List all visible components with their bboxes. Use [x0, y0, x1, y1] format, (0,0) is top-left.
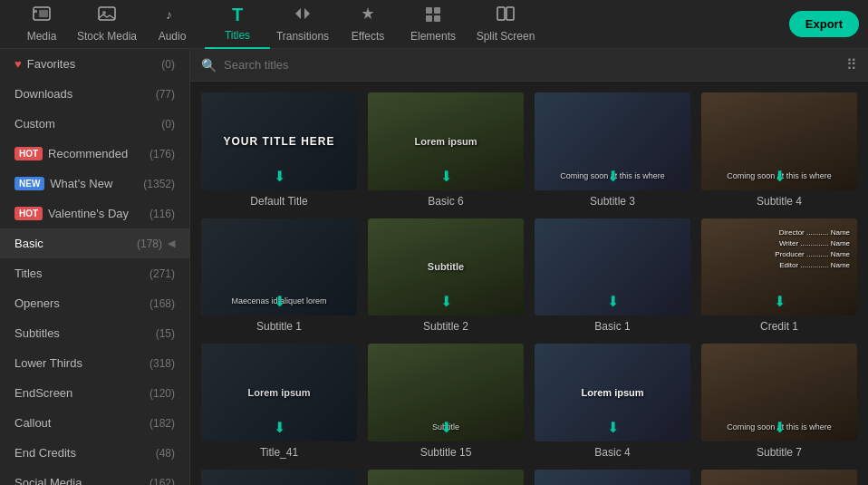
tile-subtitle-1[interactable]: Maecenas id aliquet lorem ⬇ Subtitle 1: [201, 218, 357, 334]
sidebar-item-recommended[interactable]: HOT Recommended (176): [0, 139, 189, 169]
tile-subtitle-7[interactable]: Coming soon at this is where ⬇ Subtitle …: [701, 344, 857, 459]
sidebar-item-whats-new[interactable]: NEW What's New (1352): [0, 169, 189, 199]
hot-badge-valentines: HOT: [14, 207, 43, 220]
download-icon-title-41[interactable]: ⬇: [274, 419, 285, 436]
sidebar-titles-count: (271): [149, 267, 175, 280]
sidebar-item-end-credits[interactable]: End Credits (48): [0, 438, 189, 468]
nav-effects[interactable]: Effects: [335, 0, 400, 49]
sidebar-item-endscreen[interactable]: EndScreen (120): [0, 378, 189, 408]
nav-effects-label: Effects: [352, 30, 384, 43]
sidebar-item-social-media[interactable]: Social Media (162): [0, 468, 189, 485]
tile-subtitle-3[interactable]: Coming soon at this is where ⬇ Subtitle …: [535, 92, 690, 208]
svg-text:♪: ♪: [166, 7, 172, 22]
download-icon-basic-6[interactable]: ⬇: [440, 168, 452, 185]
nav-media[interactable]: Media: [9, 0, 74, 49]
tile-thumb-subtitle-2[interactable]: Subtitle ⬇: [368, 218, 524, 316]
tile-thumb-basic-6[interactable]: Lorem ipsum ⬇: [368, 92, 524, 190]
tile-credit-1[interactable]: Director ........... NameWriter ........…: [701, 218, 857, 334]
sidebar-item-titles[interactable]: Titles (271): [0, 258, 189, 288]
tile-basic-1[interactable]: ⬇ Basic 1: [535, 218, 690, 334]
download-icon-subtitle-7[interactable]: ⬇: [774, 419, 786, 436]
export-button[interactable]: Export: [789, 11, 859, 37]
tile-subtitle-4[interactable]: Coming soon at this is where ⬇ Subtitle …: [701, 92, 857, 208]
tile-thumb-title-41[interactable]: Lorem ipsum ⬇: [201, 344, 357, 441]
download-icon-credit-1[interactable]: ⬇: [774, 293, 786, 310]
sidebar-item-custom[interactable]: Custom (0): [0, 109, 189, 139]
tile-label-credit-1: Credit 1: [701, 320, 857, 333]
search-input[interactable]: [224, 58, 839, 72]
sidebar-lower-thirds-label: Lower Thirds: [14, 356, 82, 370]
tile-title-41[interactable]: Lorem ipsum ⬇ Title_41: [201, 344, 357, 459]
tile-label-subtitle-7: Subtitle 7: [701, 446, 857, 459]
sidebar-basic-count: (178): [137, 238, 162, 250]
tile-label-default-title: Default Title: [201, 195, 357, 208]
collapse-arrow: ◀: [168, 238, 175, 249]
download-icon-default-title[interactable]: ⬇: [274, 168, 285, 185]
nav-split-screen[interactable]: Split Screen: [466, 0, 545, 49]
tile-thumb-subtitle-1[interactable]: Maecenas id aliquet lorem ⬇: [201, 218, 357, 316]
tile-thumb-thought-bubble[interactable]: DEMO TEXT ⬇: [701, 470, 857, 486]
sidebar-item-downloads[interactable]: Downloads (77): [0, 79, 189, 109]
sidebar-downloads-label: Downloads: [14, 87, 72, 101]
sidebar-endscreen-count: (120): [149, 387, 175, 400]
tile-thumb-title-29[interactable]: Lorem ipsum ⬇: [368, 470, 524, 486]
sidebar-lower-thirds-count: (318): [149, 357, 175, 370]
tile-thumb-credit-2[interactable]: Alex Joe ⬇: [535, 470, 690, 486]
tile-thought-bubble[interactable]: DEMO TEXT ⬇ Thought Bubble: [701, 470, 857, 486]
svg-rect-9: [434, 15, 440, 22]
download-icon-subtitle-2[interactable]: ⬇: [440, 293, 452, 310]
audio-icon: ♪: [164, 5, 180, 26]
download-icon-basic-4[interactable]: ⬇: [607, 419, 619, 436]
grid-view-icon[interactable]: ⠿: [846, 56, 857, 73]
tile-credit-2[interactable]: Alex Joe ⬇ Credit 2: [535, 470, 690, 486]
new-badge-whats-new: NEW: [14, 177, 44, 190]
tile-basic-4[interactable]: Lorem ipsum ⬇ Basic 4: [535, 344, 690, 459]
tile-label-basic-4: Basic 4: [535, 446, 690, 459]
sidebar-subtitles-count: (15): [156, 327, 175, 340]
sidebar-item-openers[interactable]: Openers (168): [0, 288, 189, 318]
tile-thumb-subtitle-15[interactable]: Subtitle ⬇: [368, 344, 524, 441]
tile-label-subtitle-2: Subtitle 2: [368, 320, 524, 333]
tile-label-title-41: Title_41: [201, 446, 357, 459]
sidebar-end-credits-count: (48): [156, 447, 175, 460]
search-bar: 🔍 ⠿: [190, 49, 868, 82]
sidebar-item-subtitles[interactable]: Subtitles (15): [0, 318, 189, 348]
sidebar-custom-label: Custom: [14, 117, 55, 131]
tile-thumb-basic-4[interactable]: Lorem ipsum ⬇: [535, 344, 690, 441]
download-icon-subtitle-3[interactable]: ⬇: [607, 168, 619, 185]
tile-subtitle-15[interactable]: Subtitle ⬇ Subtitle 15: [368, 344, 524, 459]
tile-thumb-subtitle-7[interactable]: Coming soon at this is where ⬇: [701, 344, 857, 441]
tile-thumb-credit-1[interactable]: Director ........... NameWriter ........…: [701, 218, 857, 316]
download-icon-subtitle-1[interactable]: ⬇: [274, 293, 285, 310]
tile-thumb-subtitle-3[interactable]: Coming soon at this is where ⬇: [535, 92, 690, 190]
tile-label-basic-6: Basic 6: [368, 195, 524, 208]
nav-split-screen-label: Split Screen: [477, 30, 535, 43]
tile-default-title[interactable]: YOUR TITLE HERE ⬇ Default Title: [201, 92, 357, 208]
tile-thumb-default-title[interactable]: YOUR TITLE HERE ⬇: [201, 92, 357, 190]
sidebar-item-favorites[interactable]: ♥ Favorites (0): [0, 49, 189, 79]
sidebar-item-lower-thirds[interactable]: Lower Thirds (318): [0, 348, 189, 378]
effects-icon: [359, 5, 377, 26]
tile-thumb-subtitle-4[interactable]: Coming soon at this is where ⬇: [701, 92, 857, 190]
sidebar-item-callout[interactable]: Callout (182): [0, 408, 189, 438]
tile-subtitle-2[interactable]: Subtitle ⬇ Subtitle 2: [368, 218, 524, 334]
download-icon-subtitle-15[interactable]: ⬇: [440, 419, 452, 436]
sidebar-recommended-label: Recommended: [48, 147, 128, 160]
nav-transitions[interactable]: Transitions: [270, 0, 335, 49]
tile-thumb-credit-3[interactable]: Joe Bloggs ⬇: [201, 470, 357, 486]
nav-transitions-label: Transitions: [276, 30, 329, 43]
sidebar-valentines-count: (116): [149, 208, 175, 220]
nav-elements-label: Elements: [410, 30, 456, 43]
nav-stock-media[interactable]: Stock Media: [74, 0, 140, 49]
tile-title-29[interactable]: Lorem ipsum ⬇ Title 29: [368, 470, 524, 486]
tile-credit-3[interactable]: Joe Bloggs ⬇ Credit 3: [201, 470, 357, 486]
nav-titles[interactable]: T Titles: [205, 0, 270, 49]
sidebar-item-basic[interactable]: Basic (178) ◀: [0, 228, 189, 258]
download-icon-subtitle-4[interactable]: ⬇: [774, 168, 786, 185]
nav-audio[interactable]: ♪ Audio: [140, 0, 205, 49]
download-icon-basic-1[interactable]: ⬇: [607, 293, 619, 310]
tile-basic-6[interactable]: Lorem ipsum ⬇ Basic 6: [368, 92, 524, 208]
sidebar-item-valentines-day[interactable]: HOT Valentine's Day (116): [0, 199, 189, 228]
nav-elements[interactable]: Elements: [400, 0, 466, 49]
tile-thumb-basic-1[interactable]: ⬇: [535, 218, 690, 316]
